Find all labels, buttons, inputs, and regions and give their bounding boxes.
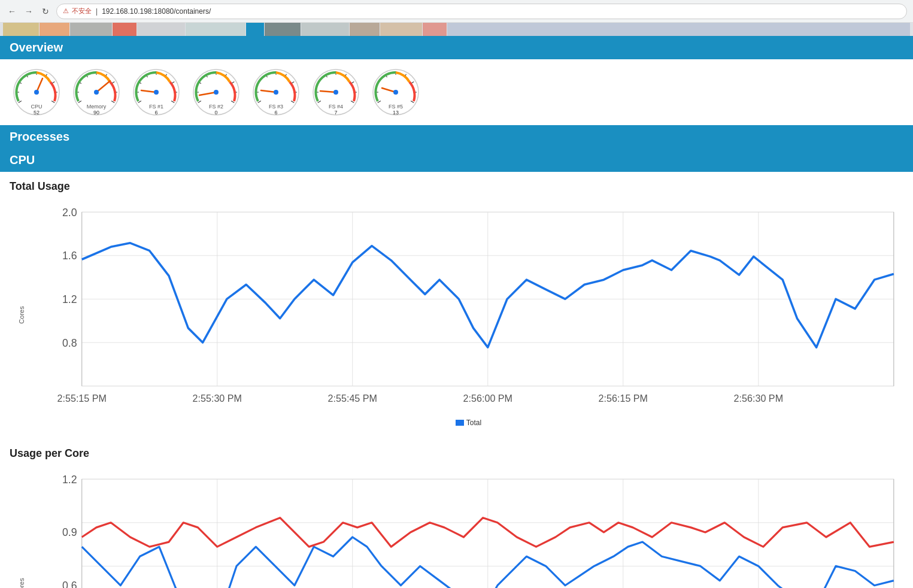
security-icon: ⚠ (63, 7, 69, 15)
legend-total: Total (456, 419, 481, 427)
gauge-fs2: FS #2 0 (189, 65, 243, 119)
svg-point-11 (34, 90, 39, 95)
svg-point-39 (154, 90, 159, 95)
total-usage-chart-wrapper: Cores 2.0 1.6 1. (0, 196, 913, 439)
gauge-memory: Memory 90 (69, 65, 123, 119)
svg-point-25 (94, 90, 99, 95)
gauge-fs1-svg: FS #1 6 (129, 65, 183, 119)
usage-per-core-svg: 1.2 0.9 0.6 0.3 2:55:15 PM 2:55:30 PM 2:… (34, 469, 903, 588)
svg-point-92 (393, 90, 398, 95)
svg-text:7: 7 (334, 110, 337, 116)
security-label: 不安全 (72, 7, 92, 16)
tab-color-strip (3, 23, 910, 36)
svg-text:0.6: 0.6 (62, 580, 77, 588)
forward-button[interactable]: → (23, 5, 35, 17)
svg-text:2:56:15 PM: 2:56:15 PM (599, 393, 648, 404)
svg-point-53 (214, 90, 219, 95)
svg-text:0: 0 (214, 110, 217, 116)
gauge-memory-svg: Memory 90 (69, 65, 123, 119)
svg-point-66 (274, 90, 278, 95)
usage-per-core-y-label: Cores (18, 578, 25, 588)
svg-text:2:56:30 PM: 2:56:30 PM (734, 393, 783, 404)
svg-text:1.2: 1.2 (62, 293, 77, 305)
usage-per-core-title: Usage per Core (0, 439, 913, 463)
svg-text:FS #5: FS #5 (389, 104, 403, 110)
svg-point-79 (333, 90, 338, 95)
usage-per-core-chart-area: Cores 1.2 0.9 (34, 469, 903, 588)
total-usage-chart-area: Cores 2.0 1.6 1. (34, 202, 903, 427)
processes-header: Processes (0, 125, 913, 148)
svg-text:52: 52 (34, 110, 40, 116)
gauge-fs1: FS #1 6 (129, 65, 183, 119)
svg-text:1.6: 1.6 (62, 250, 77, 262)
svg-text:6: 6 (274, 110, 277, 116)
gauge-fs4: FS #4 7 (309, 65, 363, 119)
gauge-cpu-svg: CPU 52 (10, 65, 63, 119)
svg-text:FS #3: FS #3 (269, 104, 283, 110)
total-usage-y-label: Cores (18, 306, 25, 323)
total-usage-title: Total Usage (0, 172, 913, 196)
refresh-button[interactable]: ↻ (40, 5, 51, 17)
svg-text:FS #2: FS #2 (209, 104, 223, 110)
svg-text:Memory: Memory (87, 104, 107, 110)
page-content: Overview (0, 36, 913, 588)
overview-header: Overview (0, 36, 913, 59)
svg-text:13: 13 (393, 110, 399, 116)
svg-text:2:56:00 PM: 2:56:00 PM (463, 393, 512, 404)
gauge-fs4-svg: FS #4 7 (309, 65, 363, 119)
gauge-fs5-svg: FS #5 13 (369, 65, 423, 119)
gauge-fs3-svg: FS #3 6 (249, 65, 303, 119)
svg-text:FS #1: FS #1 (149, 104, 163, 110)
tab-bar (0, 23, 913, 36)
svg-text:CPU: CPU (31, 104, 42, 110)
svg-text:0.8: 0.8 (62, 337, 77, 349)
svg-text:2:55:30 PM: 2:55:30 PM (193, 393, 242, 404)
legend-total-color (456, 420, 464, 426)
svg-text:6: 6 (154, 110, 157, 116)
total-usage-svg: 2.0 1.6 1.2 0.8 2:55:15 PM 2:55:30 PM 2:… (34, 202, 903, 415)
url-text: 192.168.10.198:18080/containers/ (102, 7, 211, 16)
address-bar[interactable]: ⚠ 不安全 | 192.168.10.198:18080/containers/ (56, 4, 907, 19)
gauge-fs5: FS #5 13 (369, 65, 423, 119)
gauges-row: CPU 52 (0, 59, 913, 125)
gauge-fs2-svg: FS #2 0 (189, 65, 243, 119)
total-usage-legend: Total (34, 419, 903, 427)
svg-text:2.0: 2.0 (62, 207, 77, 219)
svg-text:2:55:45 PM: 2:55:45 PM (328, 393, 377, 404)
svg-text:FS #4: FS #4 (329, 104, 343, 110)
gauge-cpu: CPU 52 (10, 65, 63, 119)
gauge-fs3: FS #3 6 (249, 65, 303, 119)
cpu-header: CPU (0, 148, 913, 172)
usage-per-core-chart-wrapper: Cores 1.2 0.9 (0, 463, 913, 588)
back-button[interactable]: ← (6, 5, 18, 17)
browser-bar: ← → ↻ ⚠ 不安全 | 192.168.10.198:18080/conta… (0, 0, 913, 23)
svg-text:2:55:15 PM: 2:55:15 PM (57, 393, 106, 404)
svg-text:1.2: 1.2 (62, 474, 77, 486)
svg-text:0.9: 0.9 (62, 527, 77, 539)
svg-text:90: 90 (93, 110, 99, 116)
